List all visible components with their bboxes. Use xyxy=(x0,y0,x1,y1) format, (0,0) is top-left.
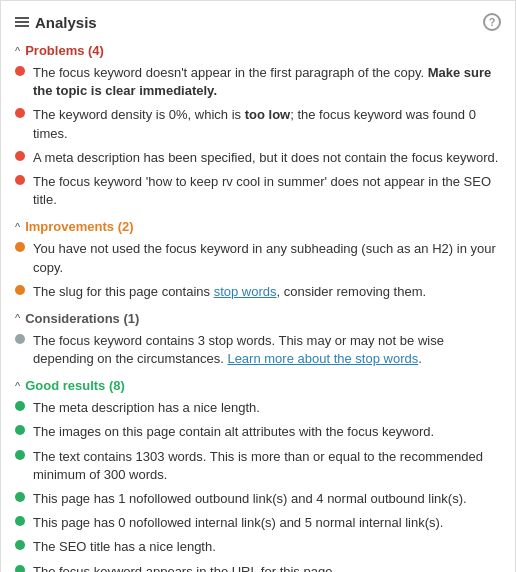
list-item: The focus keyword 'how to keep rv cool i… xyxy=(15,173,501,209)
item-list-good: The meta description has a nice length.T… xyxy=(15,399,501,572)
dot-green xyxy=(15,450,25,460)
chevron-improvements: ^ xyxy=(15,221,20,233)
item-text: You have not used the focus keyword in a… xyxy=(33,240,501,276)
dot-green xyxy=(15,516,25,526)
list-item: The focus keyword doesn't appear in the … xyxy=(15,64,501,100)
section-improvements: ^Improvements (2)You have not used the f… xyxy=(15,219,501,301)
dot-orange xyxy=(15,285,25,295)
dot-green xyxy=(15,401,25,411)
title-text: Analysis xyxy=(35,14,97,31)
item-text: The focus keyword contains 3 stop words.… xyxy=(33,332,501,368)
section-good: ^Good results (8)The meta description ha… xyxy=(15,378,501,572)
item-list-considerations: The focus keyword contains 3 stop words.… xyxy=(15,332,501,368)
section-header-improvements[interactable]: ^Improvements (2) xyxy=(15,219,501,234)
help-icon[interactable]: ? xyxy=(483,13,501,31)
list-item: A meta description has been specified, b… xyxy=(15,149,501,167)
item-text: This page has 1 nofollowed outbound link… xyxy=(33,490,501,508)
section-title-good: Good results (8) xyxy=(25,378,125,393)
item-link[interactable]: Learn more about the stop words xyxy=(227,351,418,366)
dot-red xyxy=(15,108,25,118)
dot-red xyxy=(15,66,25,76)
dot-red xyxy=(15,175,25,185)
list-item: The focus keyword contains 3 stop words.… xyxy=(15,332,501,368)
menu-icon xyxy=(15,17,29,27)
item-list-improvements: You have not used the focus keyword in a… xyxy=(15,240,501,301)
item-text: The focus keyword doesn't appear in the … xyxy=(33,64,501,100)
list-item: The images on this page contain alt attr… xyxy=(15,423,501,441)
dot-green xyxy=(15,492,25,502)
list-item: The slug for this page contains stop wor… xyxy=(15,283,501,301)
list-item: This page has 0 nofollowed internal link… xyxy=(15,514,501,532)
dot-gray xyxy=(15,334,25,344)
item-text: The meta description has a nice length. xyxy=(33,399,501,417)
item-bold-text: Make sure the topic is clear immediately… xyxy=(33,65,491,98)
panel-header: Analysis ? xyxy=(15,13,501,31)
chevron-considerations: ^ xyxy=(15,312,20,324)
section-header-problems[interactable]: ^Problems (4) xyxy=(15,43,501,58)
item-text: The images on this page contain alt attr… xyxy=(33,423,501,441)
dot-green xyxy=(15,540,25,550)
section-considerations: ^Considerations (1)The focus keyword con… xyxy=(15,311,501,368)
list-item: The focus keyword appears in the URL for… xyxy=(15,563,501,572)
section-problems: ^Problems (4)The focus keyword doesn't a… xyxy=(15,43,501,209)
item-bold-text: too low xyxy=(245,107,291,122)
chevron-problems: ^ xyxy=(15,45,20,57)
section-header-considerations[interactable]: ^Considerations (1) xyxy=(15,311,501,326)
item-text: The keyword density is 0%, which is too … xyxy=(33,106,501,142)
list-item: The SEO title has a nice length. xyxy=(15,538,501,556)
section-title-considerations: Considerations (1) xyxy=(25,311,139,326)
dot-green xyxy=(15,565,25,572)
list-item: You have not used the focus keyword in a… xyxy=(15,240,501,276)
section-title-problems: Problems (4) xyxy=(25,43,104,58)
item-text: The focus keyword appears in the URL for… xyxy=(33,563,501,572)
item-text: The SEO title has a nice length. xyxy=(33,538,501,556)
item-list-problems: The focus keyword doesn't appear in the … xyxy=(15,64,501,209)
item-text: The slug for this page contains stop wor… xyxy=(33,283,501,301)
section-title-improvements: Improvements (2) xyxy=(25,219,133,234)
sections-container: ^Problems (4)The focus keyword doesn't a… xyxy=(15,43,501,572)
dot-red xyxy=(15,151,25,161)
item-text: The text contains 1303 words. This is mo… xyxy=(33,448,501,484)
list-item: The meta description has a nice length. xyxy=(15,399,501,417)
item-text: A meta description has been specified, b… xyxy=(33,149,501,167)
panel-title: Analysis xyxy=(15,14,97,31)
item-link[interactable]: stop words xyxy=(214,284,277,299)
item-text: This page has 0 nofollowed internal link… xyxy=(33,514,501,532)
dot-green xyxy=(15,425,25,435)
chevron-good: ^ xyxy=(15,380,20,392)
list-item: The keyword density is 0%, which is too … xyxy=(15,106,501,142)
list-item: This page has 1 nofollowed outbound link… xyxy=(15,490,501,508)
section-header-good[interactable]: ^Good results (8) xyxy=(15,378,501,393)
list-item: The text contains 1303 words. This is mo… xyxy=(15,448,501,484)
dot-orange xyxy=(15,242,25,252)
item-text: The focus keyword 'how to keep rv cool i… xyxy=(33,173,501,209)
analysis-panel: Analysis ? ^Problems (4)The focus keywor… xyxy=(0,0,516,572)
